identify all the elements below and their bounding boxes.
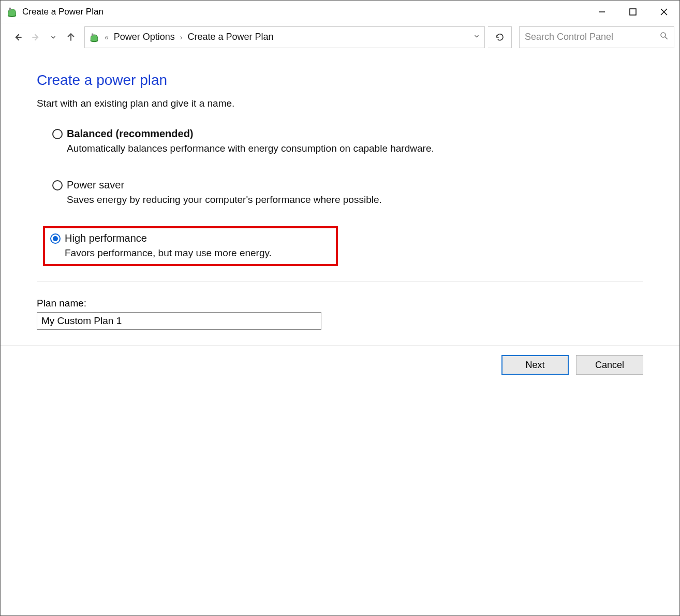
plan-label[interactable]: Balanced (recommended) bbox=[67, 128, 194, 140]
forward-button bbox=[28, 30, 43, 45]
next-button[interactable]: Next bbox=[501, 355, 569, 375]
page-subtitle: Start with an existing plan and give it … bbox=[37, 98, 643, 109]
search-placeholder: Search Control Panel bbox=[525, 32, 659, 42]
navigation-bar: « Power Options › Create a Power Plan Se… bbox=[1, 23, 679, 51]
titlebar: Create a Power Plan bbox=[1, 1, 679, 23]
refresh-button[interactable] bbox=[488, 26, 512, 48]
svg-rect-3 bbox=[630, 9, 636, 15]
radio-button[interactable] bbox=[52, 129, 63, 139]
power-plan-icon bbox=[89, 32, 99, 42]
plan-description: Saves energy by reducing your computer's… bbox=[67, 194, 638, 206]
search-icon bbox=[659, 31, 669, 43]
power-plan-icon bbox=[6, 6, 18, 18]
cancel-button[interactable]: Cancel bbox=[576, 355, 643, 375]
content-area: Create a power plan Start with an existi… bbox=[1, 51, 679, 340]
svg-line-12 bbox=[665, 37, 668, 39]
address-bar[interactable]: « Power Options › Create a Power Plan bbox=[84, 26, 485, 48]
page-title: Create a power plan bbox=[37, 72, 643, 89]
footer: Next Cancel bbox=[1, 345, 679, 384]
separator bbox=[37, 282, 643, 282]
recent-dropdown-icon[interactable] bbox=[46, 30, 61, 45]
minimize-button[interactable] bbox=[586, 1, 617, 23]
search-input[interactable]: Search Control Panel bbox=[519, 26, 674, 48]
plan-option: High performanceFavors performance, but … bbox=[43, 226, 338, 266]
svg-point-11 bbox=[661, 33, 666, 37]
breadcrumb-item[interactable]: Power Options bbox=[114, 32, 175, 42]
plan-option: Power saverSaves energy by reducing your… bbox=[50, 175, 643, 211]
plan-name-label: Plan name: bbox=[37, 298, 643, 309]
plan-name-input[interactable] bbox=[37, 312, 321, 330]
plan-description: Favors performance, but may use more ene… bbox=[65, 247, 331, 259]
svg-rect-1 bbox=[9, 7, 11, 10]
plan-description: Automatically balances performance with … bbox=[67, 143, 638, 154]
plan-label[interactable]: High performance bbox=[65, 232, 147, 244]
chevron-left-double-icon[interactable]: « bbox=[105, 33, 109, 41]
window-title: Create a Power Plan bbox=[22, 7, 104, 17]
plan-option: Balanced (recommended)Automatically bala… bbox=[50, 124, 643, 159]
svg-rect-10 bbox=[92, 33, 93, 36]
radio-button[interactable] bbox=[50, 233, 61, 244]
back-button[interactable] bbox=[11, 30, 25, 45]
plan-options: Balanced (recommended)Automatically bala… bbox=[37, 124, 643, 266]
close-button[interactable] bbox=[648, 1, 679, 23]
chevron-down-icon[interactable] bbox=[473, 32, 480, 42]
maximize-button[interactable] bbox=[617, 1, 648, 23]
up-button[interactable] bbox=[64, 30, 78, 45]
breadcrumb-item[interactable]: Create a Power Plan bbox=[188, 32, 274, 42]
radio-button[interactable] bbox=[52, 180, 63, 190]
plan-label[interactable]: Power saver bbox=[67, 179, 124, 191]
chevron-right-icon: › bbox=[180, 33, 183, 41]
